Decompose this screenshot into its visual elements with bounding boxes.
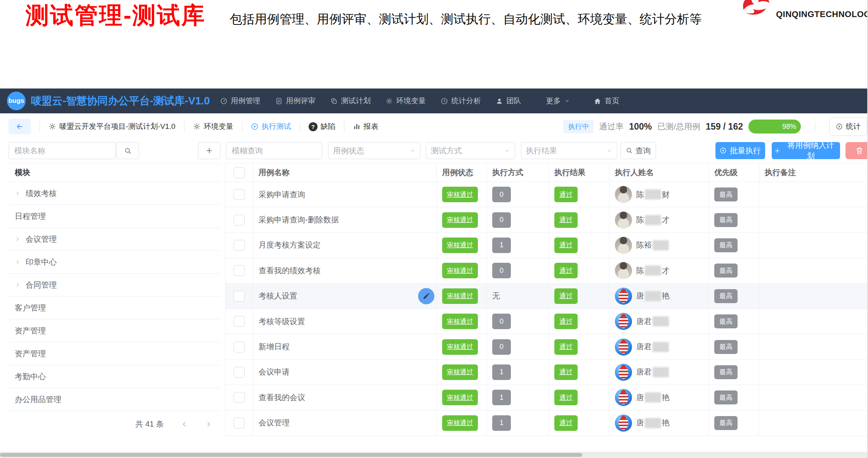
status-badge: 审核通过	[442, 339, 478, 355]
arrow-left-icon	[16, 122, 24, 131]
row-checkbox[interactable]	[234, 418, 245, 429]
sidebar-item-huiyi[interactable]: 会议管理	[9, 228, 220, 251]
nav-item-env-vars[interactable]: 环境变量	[385, 96, 426, 106]
nav-item-case-manage[interactable]: 用例管理	[220, 96, 260, 106]
tab-env-vars[interactable]: 环境变量	[193, 121, 233, 132]
table-row[interactable]: 查看我的会议 审核通过 1 通过 唐艳 最高	[226, 385, 868, 410]
priority-badge: 最高	[714, 187, 738, 201]
scrollbar-thumb[interactable]	[0, 453, 582, 457]
row-checkbox[interactable]	[234, 189, 245, 200]
batch-exec-button[interactable]: 批量执行	[715, 142, 765, 159]
priority-badge: 最高	[714, 390, 738, 404]
table-row[interactable]: 考核等级设置 审核通过 0 通过 唐君 最高	[226, 309, 868, 334]
sidebar-item-kaoqin[interactable]: 考勤中心	[9, 365, 220, 388]
row-checkbox[interactable]	[234, 316, 245, 327]
pass-rate-value: 100%	[629, 121, 652, 132]
back-button[interactable]	[9, 119, 31, 134]
sidebar-item-yinzhang[interactable]: 印章中心	[9, 251, 220, 274]
row-checkbox[interactable]	[234, 342, 245, 352]
remark-cell	[759, 360, 868, 385]
name-blur	[645, 189, 661, 200]
case-name: 新增日程	[259, 342, 290, 352]
horizontal-scrollbar[interactable]	[0, 452, 868, 458]
row-checkbox[interactable]	[234, 392, 245, 403]
avatar	[615, 186, 632, 203]
add-to-plan-button[interactable]: 将用例纳入计划	[772, 142, 840, 159]
chevron-down-icon	[410, 148, 415, 154]
query-button[interactable]: 查询	[620, 142, 656, 159]
select-all-checkbox[interactable]	[234, 167, 245, 178]
table-row[interactable]: 查看我的绩效考核 审核通过 0 通过 陈才 最高	[226, 258, 868, 283]
tab-exec-test[interactable]: 执行测试	[251, 121, 291, 132]
sidebar-item-bangong[interactable]: 办公用品管理	[9, 388, 220, 411]
priority-badge: 最高	[714, 314, 738, 328]
nav-item-test-plan[interactable]: 测试计划	[330, 96, 371, 106]
table-row[interactable]: 月度考核方案设定 审核通过 1 通过 陈裕 最高	[226, 233, 868, 258]
chevron-left-icon	[181, 421, 188, 428]
nav-item-more[interactable]: 更多	[546, 96, 570, 106]
add-module-button[interactable]	[198, 142, 220, 159]
module-sidebar: 模块 绩效考核 日程管理 会议管理 印章中心 合同管理 客户管理 资产管理 资产…	[9, 163, 220, 429]
pagination-prev-button[interactable]	[181, 421, 188, 428]
play-circle-icon	[251, 123, 259, 130]
table-row[interactable]: 采购申请查询 审核通过 0 通过 陈财 最高	[226, 182, 868, 207]
row-checkbox[interactable]	[234, 367, 245, 378]
sidebar-item-kehu[interactable]: 客户管理	[9, 297, 220, 319]
row-checkbox[interactable]	[234, 291, 245, 302]
sidebar-item-hetong[interactable]: 合同管理	[9, 274, 220, 297]
method-badge: 1	[492, 364, 511, 380]
stats-button[interactable]: 统计	[829, 117, 867, 136]
sidebar-item-jixiaokaohe[interactable]: 绩效考核	[9, 182, 220, 205]
sidebar-item-richeng[interactable]: 日程管理	[9, 205, 220, 228]
col-exec-result: 执行结果	[549, 163, 609, 182]
company-logo-icon	[737, 0, 776, 21]
sidebar-item-zichan1[interactable]: 资产管理	[9, 319, 220, 342]
tab-report[interactable]: 报表	[353, 121, 378, 132]
nav-item-case-review[interactable]: 用例评审	[275, 96, 316, 106]
edit-button[interactable]	[418, 288, 434, 304]
avatar	[615, 338, 632, 356]
breadcrumb-project[interactable]: 唛盟云开发平台项目-测试计划-V1.0	[49, 121, 175, 132]
delete-button[interactable]	[845, 142, 868, 159]
table-row-highlighted[interactable]: 考核人设置 审核通过 无 通过 唐艳 最高	[226, 284, 868, 309]
plan-toolbar: 唛盟云开发平台项目-测试计划-V1.0 环境变量 执行测试 ? 缺陷 报表 执行…	[0, 113, 868, 140]
fuzzy-search-input[interactable]	[226, 142, 322, 159]
module-search-button[interactable]	[116, 142, 139, 159]
avatar	[615, 364, 632, 381]
divider	[344, 121, 344, 132]
status-badge: 审核通过	[442, 263, 478, 278]
document-icon	[275, 97, 283, 105]
table-row[interactable]: 会议管理 审核通过 1 通过 唐艳 最高	[226, 411, 868, 436]
nav-item-team[interactable]: 团队	[496, 96, 521, 106]
row-checkbox[interactable]	[234, 265, 245, 276]
top-navbar: bugs 唛盟云-智慧协同办公平台-测试库-V1.0 用例管理 用例评审 测试计…	[0, 88, 868, 113]
method-badge: 0	[492, 187, 511, 202]
table-row[interactable]: 会议申请 审核通过 1 通过 唐君 最高	[226, 360, 868, 385]
case-name: 考核等级设置	[259, 316, 305, 327]
case-status-select[interactable]: 用例状态	[328, 142, 420, 159]
nav-item-statistics[interactable]: 统计分析	[441, 96, 481, 106]
exec-result-select[interactable]: 执行结果	[521, 142, 617, 159]
row-checkbox[interactable]	[234, 240, 245, 251]
company-logo-text: QINQINGTECHNOLOGY	[776, 9, 868, 19]
nav-item-home[interactable]: 首页	[594, 96, 620, 106]
table-row[interactable]: 采购申请查询-删除数据 审核通过 0 通过 陈才 最高	[226, 207, 868, 232]
avatar	[615, 288, 632, 305]
col-case-status: 用例状态	[437, 163, 487, 182]
row-checkbox[interactable]	[234, 215, 245, 226]
result-badge: 通过	[554, 238, 578, 253]
remark-cell	[759, 385, 868, 410]
table-row[interactable]: 新增日程 审核通过 0 通过 唐君 最高	[226, 334, 868, 359]
name-blur	[645, 392, 661, 402]
tab-defect[interactable]: ? 缺陷	[309, 121, 335, 132]
sidebar-item-zichan2[interactable]: 资产管理	[9, 342, 220, 365]
name-blur	[653, 316, 669, 326]
priority-badge: 最高	[714, 416, 738, 430]
method-badge: 1	[492, 238, 511, 253]
gear-icon	[385, 97, 393, 105]
module-name-input[interactable]	[9, 142, 116, 159]
test-method-select[interactable]: 测试方式	[426, 142, 515, 159]
pagination-next-button[interactable]	[205, 421, 212, 428]
priority-badge: 最高	[714, 289, 738, 303]
progress-bar: 98%	[748, 120, 801, 134]
